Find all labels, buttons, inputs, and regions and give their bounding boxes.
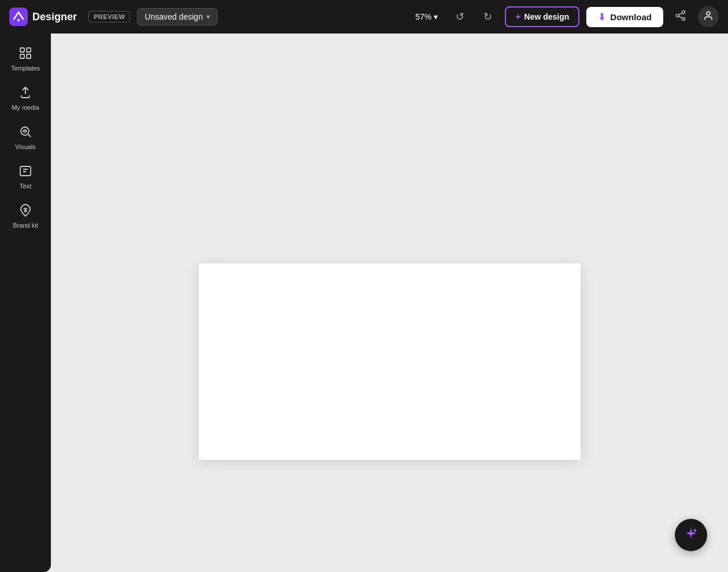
redo-icon: ↻	[483, 10, 492, 23]
share-button[interactable]	[670, 6, 691, 27]
preview-badge: PREVIEW	[88, 11, 130, 23]
zoom-chevron-icon: ▾	[434, 12, 438, 21]
canvas-wrapper	[51, 34, 728, 572]
my-media-icon	[19, 86, 32, 102]
svg-point-1	[17, 19, 20, 21]
account-icon	[703, 10, 714, 23]
sparkle-icon	[684, 526, 698, 544]
logo-area: Designer	[9, 8, 77, 26]
svg-point-7	[707, 12, 710, 15]
ai-button[interactable]	[675, 519, 707, 551]
sidebar-item-templates[interactable]: Templates	[2, 40, 49, 77]
brand-kit-label: Brand kit	[13, 222, 38, 229]
zoom-control[interactable]: 57% ▾	[411, 10, 442, 24]
new-design-button[interactable]: + New design	[505, 6, 579, 27]
design-name-button[interactable]: Unsaved design ▾	[137, 8, 217, 25]
svg-rect-13	[20, 166, 31, 176]
logo-icon	[9, 8, 28, 26]
sidebar-item-my-media[interactable]: My media	[2, 80, 49, 117]
svg-line-5	[679, 16, 682, 18]
visuals-label: Visuals	[15, 143, 35, 150]
undo-button[interactable]: ↺	[449, 6, 470, 27]
download-icon: ⬇	[598, 12, 605, 23]
logo-text: Designer	[32, 11, 77, 23]
design-name-label: Unsaved design	[145, 12, 202, 21]
svg-rect-8	[20, 48, 24, 52]
sidebar-item-visuals[interactable]: Visuals	[2, 119, 49, 156]
redo-button[interactable]: ↻	[477, 6, 498, 27]
svg-point-12	[21, 127, 29, 135]
my-media-label: My media	[12, 104, 39, 111]
brand-kit-icon	[19, 203, 32, 220]
topbar: Designer PREVIEW Unsaved design ▾ 57% ▾ …	[0, 0, 728, 34]
text-icon	[19, 164, 32, 180]
share-icon	[675, 10, 686, 24]
svg-rect-11	[27, 54, 31, 58]
zoom-value: 57%	[415, 12, 431, 21]
sidebar-item-text[interactable]: Text	[2, 158, 49, 195]
plus-icon: +	[515, 12, 520, 22]
download-label: Download	[610, 12, 652, 22]
download-button[interactable]: ⬇ Download	[586, 7, 663, 27]
visuals-icon	[19, 125, 32, 141]
canvas-area	[51, 34, 728, 572]
svg-rect-9	[27, 48, 31, 52]
design-canvas[interactable]	[199, 263, 581, 460]
svg-rect-0	[9, 8, 28, 26]
svg-point-14	[25, 210, 27, 212]
text-label: Text	[20, 183, 31, 190]
undo-icon: ↺	[456, 10, 464, 23]
svg-line-6	[679, 13, 682, 14]
account-button[interactable]	[698, 6, 719, 27]
sidebar-item-brand-kit[interactable]: Brand kit	[2, 198, 49, 235]
svg-rect-10	[20, 54, 24, 58]
sidebar: Templates My media Visuals Text	[0, 34, 51, 572]
chevron-down-icon: ▾	[206, 13, 210, 21]
new-design-label: New design	[524, 12, 570, 21]
templates-label: Templates	[11, 65, 40, 72]
templates-icon	[19, 46, 32, 62]
